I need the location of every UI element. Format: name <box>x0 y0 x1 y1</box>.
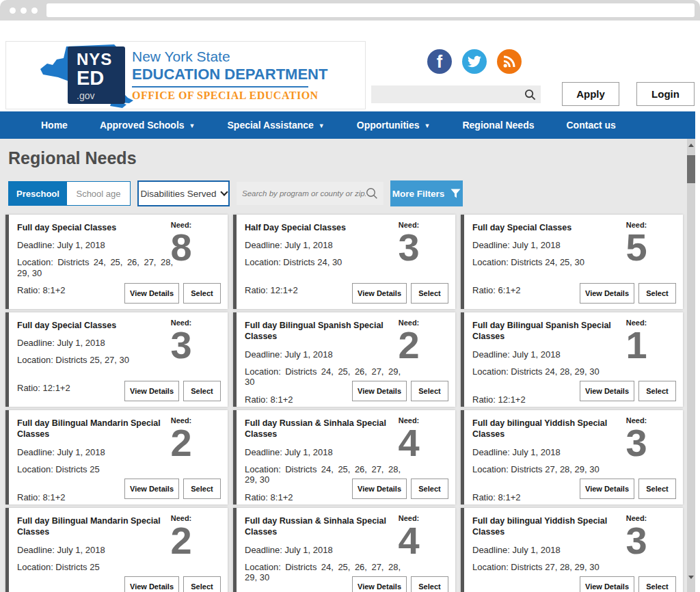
window-dot[interactable] <box>31 8 38 14</box>
page-title: Regional Needs <box>0 139 695 168</box>
main-nav: Home ▼ Approved Schools ▼ Special Assist… <box>0 111 695 139</box>
select-button[interactable]: Select <box>638 381 676 401</box>
view-details-button[interactable]: View Details <box>352 381 407 401</box>
need-block: Need: 4 <box>384 416 433 461</box>
select-button[interactable]: Select <box>183 381 221 401</box>
view-details-button[interactable]: View Details <box>124 576 179 592</box>
view-details-button[interactable]: View Details <box>352 479 407 499</box>
chevron-down-icon <box>220 188 228 196</box>
scrollbar-thumb[interactable] <box>687 155 695 183</box>
need-block: Need: 3 <box>612 416 661 461</box>
nysed-logo[interactable]: NYS ED .gov New York State EDUCATION DEP… <box>5 41 366 109</box>
card-actions: View Details Select <box>352 576 448 592</box>
nysed-logo-square: NYS ED .gov <box>68 46 125 104</box>
need-number: 4 <box>384 425 433 461</box>
card-deadline: Deadline: July 1, 2018 <box>17 338 173 348</box>
view-details-button[interactable]: View Details <box>580 576 634 592</box>
card-actions: View Details Select <box>352 381 448 401</box>
more-filters-button[interactable]: More Filters <box>390 180 463 206</box>
view-details-button[interactable]: View Details <box>124 479 179 499</box>
tab-preschool[interactable]: Preschool <box>9 182 67 205</box>
select-button[interactable]: Select <box>411 283 448 304</box>
program-search-input[interactable] <box>242 182 366 205</box>
need-block: Need: 3 <box>384 221 433 265</box>
select-button[interactable]: Select <box>183 576 221 592</box>
main-content: Regional Needs Preschool School age Disa… <box>0 139 695 592</box>
select-button[interactable]: Select <box>411 479 448 499</box>
select-button[interactable]: Select <box>638 479 676 499</box>
view-details-button[interactable]: View Details <box>580 283 634 304</box>
need-block: Need: 5 <box>612 221 661 265</box>
view-details-button[interactable]: View Details <box>124 381 179 401</box>
nav-item-contact-us[interactable]: Contact us ▼ <box>567 120 616 131</box>
select-button[interactable]: Select <box>183 479 221 499</box>
card-actions: View Details Select <box>124 576 221 592</box>
need-block: Need: 2 <box>157 514 206 559</box>
nav-item-home[interactable]: Home ▼ <box>41 120 68 131</box>
view-details-button[interactable]: View Details <box>124 283 179 304</box>
card-deadline: Deadline: July 1, 2018 <box>245 447 401 457</box>
need-block: Need: 3 <box>612 514 661 559</box>
select-button[interactable]: Select <box>411 576 448 592</box>
need-block: Need: 2 <box>157 416 206 461</box>
nav-item-regional-needs[interactable]: Regional Needs ▼ <box>462 120 534 131</box>
need-number: 1 <box>612 327 661 363</box>
select-button[interactable]: Select <box>638 576 676 592</box>
need-card: Full day Bilingual Spanish Special Class… <box>461 312 683 407</box>
view-details-button[interactable]: View Details <box>580 479 634 499</box>
header-search-input[interactable] <box>371 85 524 103</box>
scrollbar-down-arrow-icon[interactable] <box>688 576 694 579</box>
view-details-button[interactable]: View Details <box>352 283 407 304</box>
browser-chrome <box>0 0 700 21</box>
window-dot[interactable] <box>10 8 16 14</box>
search-icon[interactable] <box>524 89 536 100</box>
scrollbar-up-arrow-icon[interactable] <box>688 144 694 147</box>
need-card: Full day Special Classes Need: 5 Deadlin… <box>461 215 683 309</box>
card-deadline: Deadline: July 1, 2018 <box>472 447 628 457</box>
card-actions: View Details Select <box>580 283 676 304</box>
need-number: 4 <box>384 523 433 559</box>
disabilities-served-dropdown[interactable]: Disabilities Served <box>137 180 230 206</box>
view-details-button[interactable]: View Details <box>580 381 634 401</box>
window-dot[interactable] <box>21 8 27 14</box>
need-block: Need: 1 <box>612 319 661 363</box>
facebook-icon[interactable]: f <box>427 49 452 74</box>
card-deadline: Deadline: July 1, 2018 <box>245 240 401 250</box>
apply-button[interactable]: Apply <box>562 82 619 106</box>
select-button[interactable]: Select <box>638 283 676 304</box>
twitter-icon[interactable] <box>462 49 487 74</box>
nav-item-special-assistance[interactable]: Special Assistance ▼ <box>228 120 325 131</box>
window-control-dots[interactable] <box>10 8 38 14</box>
need-card: Full day Special Classes Need: 3 Deadlin… <box>5 312 228 407</box>
select-button[interactable]: Select <box>411 381 448 401</box>
search-icon[interactable] <box>366 187 378 200</box>
nav-item-label: Special Assistance <box>228 120 314 131</box>
header-search-box <box>371 85 541 103</box>
logo-nys-text: NYS <box>77 50 125 69</box>
login-button[interactable]: Login <box>636 82 695 106</box>
need-block: Need: 8 <box>157 221 206 265</box>
need-block: Need: 3 <box>157 319 206 363</box>
card-actions: View Details Select <box>580 381 676 401</box>
need-number: 3 <box>384 230 433 265</box>
card-location: Location: Districts 25, 27, 30 <box>17 355 173 376</box>
site-header: NYS ED .gov New York State EDUCATION DEP… <box>0 21 700 111</box>
view-details-button[interactable]: View Details <box>352 576 407 592</box>
select-button[interactable]: Select <box>183 283 221 304</box>
card-location: Location: Districts 24, 25, 26, 27, 28, … <box>17 257 173 278</box>
page-scrollbar[interactable] <box>687 139 695 592</box>
logo-ed-text: ED <box>77 69 125 88</box>
address-bar[interactable] <box>46 3 695 17</box>
nav-item-opportunities[interactable]: Opportunities ▼ <box>357 120 431 131</box>
card-location: Location: Districts 24, 25, 30 <box>472 257 628 278</box>
card-deadline: Deadline: July 1, 2018 <box>472 349 628 360</box>
logo-wordmark: New York State EDUCATION DEPARTMENT OFFI… <box>132 49 358 102</box>
twitter-bird-icon <box>468 55 481 68</box>
need-card: Full day Special Classes Need: 8 Deadlin… <box>5 215 228 309</box>
card-deadline: Deadline: July 1, 2018 <box>245 349 401 360</box>
need-block: Need: 4 <box>384 514 433 559</box>
card-actions: View Details Select <box>124 479 221 499</box>
nav-item-approved-schools[interactable]: Approved Schools ▼ <box>100 120 196 131</box>
rss-icon[interactable] <box>497 49 522 74</box>
tab-school-age[interactable]: School age <box>67 182 130 205</box>
